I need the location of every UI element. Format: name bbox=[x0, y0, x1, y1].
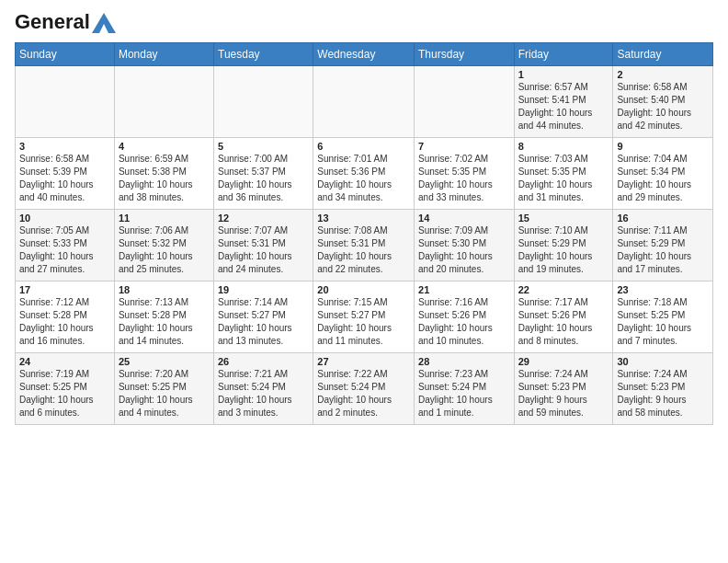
weekday-header: Monday bbox=[114, 43, 213, 66]
calendar-cell: 10Sunrise: 7:05 AM Sunset: 5:33 PM Dayli… bbox=[16, 210, 115, 282]
calendar-cell: 12Sunrise: 7:07 AM Sunset: 5:31 PM Dayli… bbox=[214, 210, 313, 282]
calendar-cell bbox=[214, 66, 313, 138]
logo-icon bbox=[92, 13, 116, 33]
logo-text: General bbox=[15, 11, 116, 33]
day-number: 24 bbox=[19, 356, 110, 367]
calendar-week-row: 24Sunrise: 7:19 AM Sunset: 5:25 PM Dayli… bbox=[16, 353, 713, 425]
calendar-cell: 21Sunrise: 7:16 AM Sunset: 5:26 PM Dayli… bbox=[415, 282, 515, 353]
day-number: 9 bbox=[617, 141, 709, 152]
day-info: Sunrise: 7:21 AM Sunset: 5:24 PM Dayligh… bbox=[218, 368, 309, 419]
day-info: Sunrise: 7:15 AM Sunset: 5:27 PM Dayligh… bbox=[317, 296, 410, 348]
calendar-week-row: 1Sunrise: 6:57 AM Sunset: 5:41 PM Daylig… bbox=[16, 66, 713, 138]
calendar-cell: 23Sunrise: 7:18 AM Sunset: 5:25 PM Dayli… bbox=[613, 282, 713, 353]
day-info: Sunrise: 7:11 AM Sunset: 5:29 PM Dayligh… bbox=[617, 224, 709, 276]
day-number: 4 bbox=[119, 141, 210, 152]
calendar-header-row: SundayMondayTuesdayWednesdayThursdayFrid… bbox=[16, 43, 713, 66]
day-number: 10 bbox=[19, 213, 110, 224]
day-info: Sunrise: 7:14 AM Sunset: 5:27 PM Dayligh… bbox=[218, 296, 309, 348]
day-number: 14 bbox=[418, 213, 510, 224]
day-info: Sunrise: 7:02 AM Sunset: 5:35 PM Dayligh… bbox=[418, 153, 510, 204]
calendar: SundayMondayTuesdayWednesdayThursdayFrid… bbox=[15, 42, 713, 425]
day-info: Sunrise: 7:09 AM Sunset: 5:30 PM Dayligh… bbox=[418, 224, 510, 276]
day-info: Sunrise: 6:58 AM Sunset: 5:40 PM Dayligh… bbox=[617, 81, 709, 132]
day-number: 21 bbox=[418, 284, 510, 295]
calendar-cell: 30Sunrise: 7:24 AM Sunset: 5:23 PM Dayli… bbox=[613, 353, 713, 425]
day-number: 25 bbox=[119, 356, 210, 367]
day-info: Sunrise: 7:06 AM Sunset: 5:32 PM Dayligh… bbox=[119, 224, 210, 276]
day-info: Sunrise: 7:05 AM Sunset: 5:33 PM Dayligh… bbox=[19, 224, 110, 276]
day-info: Sunrise: 7:00 AM Sunset: 5:37 PM Dayligh… bbox=[218, 153, 309, 204]
calendar-week-row: 10Sunrise: 7:05 AM Sunset: 5:33 PM Dayli… bbox=[16, 210, 713, 282]
day-number: 27 bbox=[317, 356, 410, 367]
calendar-cell: 29Sunrise: 7:24 AM Sunset: 5:23 PM Dayli… bbox=[514, 353, 613, 425]
day-number: 11 bbox=[119, 213, 210, 224]
day-info: Sunrise: 7:23 AM Sunset: 5:24 PM Dayligh… bbox=[418, 368, 510, 419]
calendar-cell: 26Sunrise: 7:21 AM Sunset: 5:24 PM Dayli… bbox=[214, 353, 313, 425]
day-number: 5 bbox=[218, 141, 309, 152]
calendar-cell: 20Sunrise: 7:15 AM Sunset: 5:27 PM Dayli… bbox=[313, 282, 415, 353]
day-number: 23 bbox=[617, 284, 709, 295]
calendar-cell: 11Sunrise: 7:06 AM Sunset: 5:32 PM Dayli… bbox=[114, 210, 213, 282]
day-info: Sunrise: 7:24 AM Sunset: 5:23 PM Dayligh… bbox=[617, 368, 709, 419]
calendar-cell: 19Sunrise: 7:14 AM Sunset: 5:27 PM Dayli… bbox=[214, 282, 313, 353]
calendar-cell: 13Sunrise: 7:08 AM Sunset: 5:31 PM Dayli… bbox=[313, 210, 415, 282]
day-number: 12 bbox=[218, 213, 309, 224]
calendar-cell bbox=[16, 66, 115, 138]
day-number: 29 bbox=[518, 356, 609, 367]
day-number: 6 bbox=[317, 141, 410, 152]
weekday-header: Sunday bbox=[16, 43, 115, 66]
calendar-cell: 16Sunrise: 7:11 AM Sunset: 5:29 PM Dayli… bbox=[613, 210, 713, 282]
weekday-header: Saturday bbox=[613, 43, 713, 66]
calendar-cell bbox=[415, 66, 515, 138]
day-number: 30 bbox=[617, 356, 709, 367]
day-number: 19 bbox=[218, 284, 309, 295]
day-info: Sunrise: 7:01 AM Sunset: 5:36 PM Dayligh… bbox=[317, 153, 410, 204]
day-number: 2 bbox=[617, 69, 709, 80]
day-info: Sunrise: 7:04 AM Sunset: 5:34 PM Dayligh… bbox=[617, 153, 709, 204]
day-info: Sunrise: 7:24 AM Sunset: 5:23 PM Dayligh… bbox=[518, 368, 609, 419]
logo: General bbox=[15, 11, 116, 33]
weekday-header: Friday bbox=[514, 43, 613, 66]
page: General SundayMondayTuesdayWednesdayThur… bbox=[0, 0, 728, 432]
day-info: Sunrise: 7:16 AM Sunset: 5:26 PM Dayligh… bbox=[418, 296, 510, 348]
day-number: 28 bbox=[418, 356, 510, 367]
day-number: 17 bbox=[19, 284, 110, 295]
day-info: Sunrise: 7:12 AM Sunset: 5:28 PM Dayligh… bbox=[19, 296, 110, 348]
header: General bbox=[15, 11, 713, 33]
day-number: 15 bbox=[518, 213, 609, 224]
calendar-cell: 1Sunrise: 6:57 AM Sunset: 5:41 PM Daylig… bbox=[514, 66, 613, 138]
day-info: Sunrise: 6:59 AM Sunset: 5:38 PM Dayligh… bbox=[119, 153, 210, 204]
day-info: Sunrise: 6:57 AM Sunset: 5:41 PM Dayligh… bbox=[518, 81, 609, 132]
calendar-cell: 18Sunrise: 7:13 AM Sunset: 5:28 PM Dayli… bbox=[114, 282, 213, 353]
weekday-header: Tuesday bbox=[214, 43, 313, 66]
calendar-cell: 22Sunrise: 7:17 AM Sunset: 5:26 PM Dayli… bbox=[514, 282, 613, 353]
day-info: Sunrise: 7:07 AM Sunset: 5:31 PM Dayligh… bbox=[218, 224, 309, 276]
calendar-week-row: 17Sunrise: 7:12 AM Sunset: 5:28 PM Dayli… bbox=[16, 282, 713, 353]
day-number: 22 bbox=[518, 284, 609, 295]
day-info: Sunrise: 7:19 AM Sunset: 5:25 PM Dayligh… bbox=[19, 368, 110, 419]
day-info: Sunrise: 7:13 AM Sunset: 5:28 PM Dayligh… bbox=[119, 296, 210, 348]
calendar-cell: 9Sunrise: 7:04 AM Sunset: 5:34 PM Daylig… bbox=[613, 138, 713, 210]
weekday-header: Thursday bbox=[415, 43, 515, 66]
day-number: 16 bbox=[617, 213, 709, 224]
day-info: Sunrise: 7:22 AM Sunset: 5:24 PM Dayligh… bbox=[317, 368, 410, 419]
day-number: 7 bbox=[418, 141, 510, 152]
day-info: Sunrise: 7:18 AM Sunset: 5:25 PM Dayligh… bbox=[617, 296, 709, 348]
calendar-cell bbox=[114, 66, 213, 138]
calendar-cell: 3Sunrise: 6:58 AM Sunset: 5:39 PM Daylig… bbox=[16, 138, 115, 210]
calendar-cell: 17Sunrise: 7:12 AM Sunset: 5:28 PM Dayli… bbox=[16, 282, 115, 353]
day-info: Sunrise: 7:10 AM Sunset: 5:29 PM Dayligh… bbox=[518, 224, 609, 276]
calendar-cell: 5Sunrise: 7:00 AM Sunset: 5:37 PM Daylig… bbox=[214, 138, 313, 210]
day-info: Sunrise: 7:03 AM Sunset: 5:35 PM Dayligh… bbox=[518, 153, 609, 204]
calendar-cell bbox=[313, 66, 415, 138]
calendar-cell: 4Sunrise: 6:59 AM Sunset: 5:38 PM Daylig… bbox=[114, 138, 213, 210]
calendar-cell: 25Sunrise: 7:20 AM Sunset: 5:25 PM Dayli… bbox=[114, 353, 213, 425]
calendar-cell: 28Sunrise: 7:23 AM Sunset: 5:24 PM Dayli… bbox=[415, 353, 515, 425]
calendar-week-row: 3Sunrise: 6:58 AM Sunset: 5:39 PM Daylig… bbox=[16, 138, 713, 210]
calendar-cell: 15Sunrise: 7:10 AM Sunset: 5:29 PM Dayli… bbox=[514, 210, 613, 282]
day-info: Sunrise: 6:58 AM Sunset: 5:39 PM Dayligh… bbox=[19, 153, 110, 204]
day-info: Sunrise: 7:20 AM Sunset: 5:25 PM Dayligh… bbox=[119, 368, 210, 419]
calendar-cell: 14Sunrise: 7:09 AM Sunset: 5:30 PM Dayli… bbox=[415, 210, 515, 282]
calendar-cell: 6Sunrise: 7:01 AM Sunset: 5:36 PM Daylig… bbox=[313, 138, 415, 210]
calendar-cell: 27Sunrise: 7:22 AM Sunset: 5:24 PM Dayli… bbox=[313, 353, 415, 425]
